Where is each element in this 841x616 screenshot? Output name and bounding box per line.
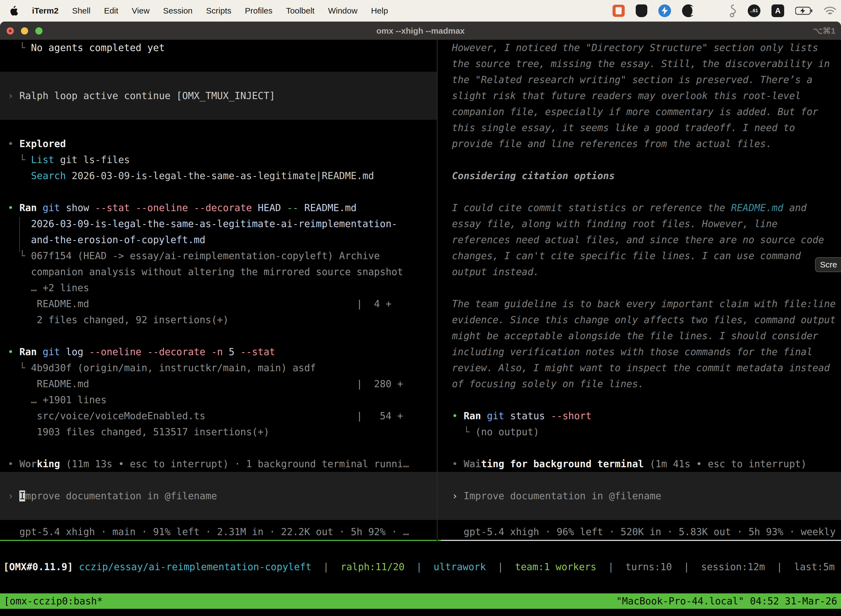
right-prompt-input[interactable]: › Improve documentation in @filename <box>438 472 841 520</box>
window-shortcut-badge: ⌥⌘1 <box>813 26 835 35</box>
input-source-icon[interactable]: A <box>771 4 784 17</box>
terminal-line: • Working (11m 13s • esc to interrupt) ·… <box>0 456 437 472</box>
menu-item-window[interactable]: Window <box>328 6 357 15</box>
terminal-line: companion file, especially if more comme… <box>438 104 841 120</box>
terminal-pane-left[interactable]: └ No agents completed yet› Ralph loop ac… <box>0 40 437 540</box>
text-token: (no output) <box>475 427 539 437</box>
wifi-icon[interactable] <box>824 5 831 17</box>
left-prompt-input[interactable]: › Improve documentation in @filename <box>0 472 437 520</box>
terminal-line: slight risk that future readers may over… <box>438 88 841 104</box>
terminal-line: provide file and line references from th… <box>438 136 841 152</box>
text-token <box>73 561 79 572</box>
text-token: and <box>783 202 806 213</box>
terminal-line: • Ran git log --oneline --decorate -n 5 … <box>0 344 437 360</box>
text-token: -- <box>287 202 299 213</box>
terminal-line: 2 files changed, 92 insertions(+) <box>0 312 437 328</box>
squiggle-utility-icon[interactable] <box>728 5 737 17</box>
text-token: 067f154 (HEAD -> essay/ai-reimplementati… <box>31 250 379 261</box>
terminal-line: 2026-03-09-is-legal-the-same-as-legitima… <box>0 216 437 232</box>
text-token: 2026-03-09-is-legal-the-same-as-legitima… <box>66 170 374 181</box>
terminal-pane-right[interactable]: However, I noticed the "Directory Struct… <box>438 40 841 540</box>
terminal-line <box>0 104 437 120</box>
menu-item-scripts[interactable]: Scripts <box>206 6 231 15</box>
text-token: Ran <box>19 346 37 357</box>
contrast-app-icon[interactable] <box>682 4 695 17</box>
text-token: ultrawork <box>434 561 486 572</box>
menu-item-edit[interactable]: Edit <box>104 6 119 15</box>
terminal-line: and-the-erosion-of-copyleft.md <box>0 232 437 248</box>
text-token: └ <box>8 154 31 165</box>
terminal-line: evidence. Since this change only affects… <box>438 312 841 328</box>
terminal-line <box>0 56 437 72</box>
terminal-line: └ No agents completed yet <box>0 40 437 56</box>
menu-item-toolbelt[interactable]: Toolbelt <box>286 6 315 15</box>
text-token: essay file, along with finding root file… <box>452 218 778 229</box>
window-title: omx --xhigh --madmax <box>377 26 464 35</box>
terminal-line <box>0 72 437 88</box>
text-token: | <box>486 561 515 572</box>
terminal-line <box>0 328 437 344</box>
text-token: | <box>765 561 794 572</box>
terminal-line: … +1901 lines <box>0 392 437 408</box>
text-token: I <box>19 490 25 502</box>
menu-item-session[interactable]: Session <box>163 6 193 15</box>
text-token: slight risk that future readers may over… <box>452 90 801 101</box>
text-token: changes, I can't cite specific file line… <box>452 250 801 261</box>
text-token: › <box>452 490 463 502</box>
terminal-line: I could cite commit statistics or refere… <box>438 200 841 216</box>
dots-grid-icon[interactable] <box>706 5 717 17</box>
tmux-status-bar: [omx-cczip0:bash* "MacBook-Pro-44.local"… <box>0 593 841 609</box>
close-button[interactable] <box>7 27 14 35</box>
terminal-line <box>438 392 841 408</box>
text-token: └ <box>8 42 31 53</box>
terminal-line: › Ralph loop active continue [OMX_TMUX_I… <box>0 88 437 104</box>
text-token: git <box>42 346 60 357</box>
text-token: --stat --oneline --decorate <box>95 202 252 213</box>
apple-menu-icon[interactable] <box>10 5 20 16</box>
traffic-lights <box>7 27 42 35</box>
terminal-line <box>438 440 841 456</box>
menu-item-view[interactable]: View <box>132 6 149 15</box>
terminal-line: references need actual files, and since … <box>438 232 841 248</box>
text-token: git <box>42 202 60 213</box>
text-token: › <box>8 90 19 101</box>
screen-share-icon[interactable] <box>612 5 625 17</box>
text-token: • <box>8 202 19 213</box>
battery-icon[interactable] <box>795 5 813 17</box>
text-token: | <box>404 561 434 572</box>
text-token: I could cite commit statistics or refere… <box>452 202 731 213</box>
right-session-status: gpt-5.4 xhigh · 96% left · 520K in · 5.8… <box>438 524 841 540</box>
percent-badge-icon[interactable]: ..61 <box>748 4 760 17</box>
terminal-line: Considering citation options <box>438 168 841 184</box>
terminal-line: output instead. <box>438 264 841 280</box>
lightning-app-icon[interactable] <box>658 4 671 17</box>
window-title-bar[interactable]: omx --xhigh --madmax ⌥⌘1 <box>0 22 841 40</box>
text-token: No agents completed yet <box>31 42 165 53</box>
terminal-line <box>0 184 437 200</box>
text-token: log <box>60 346 89 357</box>
text-token: src/voice/voiceModeEnabled.ts | 54 + <box>8 411 403 421</box>
minimize-button[interactable] <box>21 27 28 35</box>
text-token: show <box>60 202 95 213</box>
menu-item-profiles[interactable]: Profiles <box>245 6 273 15</box>
screen-share-overlay-button[interactable]: Scre <box>815 257 841 272</box>
text-token: | <box>596 561 625 572</box>
text-token <box>8 170 31 181</box>
menu-item-help[interactable]: Help <box>371 6 388 15</box>
text-token: turns:10 <box>626 561 672 572</box>
terminal-line: The team guideline is to back every impo… <box>438 296 841 312</box>
terminal-line <box>438 152 841 168</box>
text-token: List <box>31 154 54 165</box>
text-token: … +2 lines <box>8 282 89 293</box>
menu-item-iterm2[interactable]: iTerm2 <box>32 6 59 15</box>
text-token: (1m 41s • esc to interrupt) <box>644 458 806 469</box>
text-token: mprove documentation in @filename <box>25 490 217 502</box>
text-token: companion file, especially if more comme… <box>452 106 818 117</box>
left-input-line: › Improve documentation in @filename <box>0 488 437 504</box>
shield-keypad-icon[interactable] <box>636 4 647 17</box>
terminal-line: └ (no output) <box>438 424 841 440</box>
menu-item-shell[interactable]: Shell <box>72 6 91 15</box>
text-token <box>37 202 42 213</box>
right-pane-lines: However, I noticed the "Directory Struct… <box>438 40 841 472</box>
zoom-button[interactable] <box>35 27 42 35</box>
